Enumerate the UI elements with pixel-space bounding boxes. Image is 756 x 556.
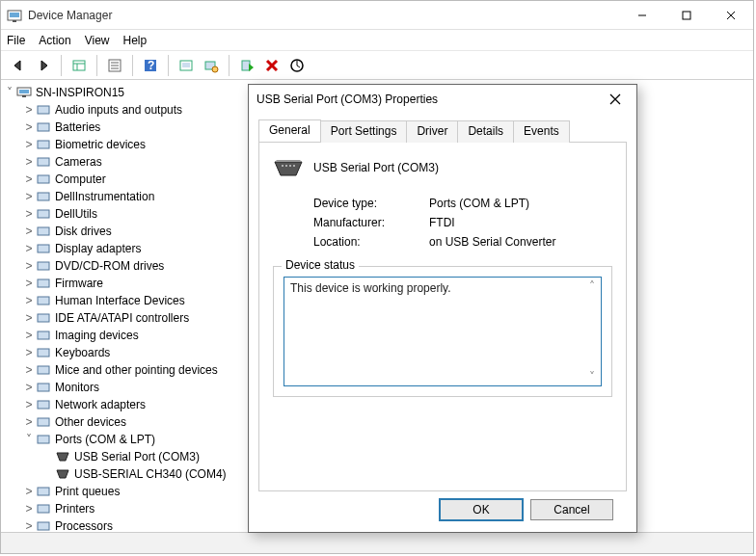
location-label: Location:	[313, 235, 429, 249]
scan-for-changes-button[interactable]	[285, 54, 309, 77]
chevron-right-icon[interactable]: >	[22, 415, 36, 429]
window-title: Device Manager	[28, 9, 620, 22]
chevron-right-icon[interactable]: >	[22, 242, 36, 255]
category-icon	[36, 154, 51, 170]
tab-events[interactable]: Events	[513, 120, 570, 143]
svg-rect-35	[38, 245, 49, 252]
svg-rect-4	[683, 12, 690, 19]
svg-rect-43	[38, 384, 49, 391]
category-icon	[36, 276, 51, 291]
tree-node-label: Disk drives	[55, 225, 112, 238]
scan-hardware-button[interactable]	[175, 54, 198, 77]
uninstall-device-button[interactable]	[260, 54, 284, 77]
dialog-title-bar[interactable]: USB Serial Port (COM3) Properties	[249, 85, 636, 114]
tree-node-label: IDE ATA/ATAPI controllers	[55, 311, 189, 325]
chevron-right-icon[interactable]: >	[22, 485, 36, 498]
tab-port-settings[interactable]: Port Settings	[320, 120, 408, 143]
menu-view[interactable]: View	[85, 34, 110, 47]
chevron-right-icon[interactable]: >	[22, 381, 36, 394]
maximize-button[interactable]	[664, 1, 709, 30]
svg-rect-32	[38, 193, 49, 200]
tree-node-label: Audio inputs and outputs	[55, 103, 182, 117]
menu-help[interactable]: Help	[123, 34, 148, 47]
device-status-group: Device status This device is working pro…	[273, 266, 612, 397]
category-icon	[36, 328, 51, 343]
tree-node-label: Cameras	[55, 155, 102, 169]
chevron-right-icon[interactable]: >	[22, 103, 36, 117]
device-status-text[interactable]: This device is working properly. ˄ ˅	[284, 277, 602, 386]
chevron-right-icon[interactable]: >	[22, 120, 36, 134]
category-icon	[36, 484, 51, 499]
svg-point-52	[282, 165, 284, 167]
forward-button[interactable]	[32, 54, 55, 77]
app-icon	[7, 8, 22, 23]
svg-rect-49	[38, 522, 49, 530]
chevron-right-icon[interactable]: >	[22, 363, 36, 377]
chevron-right-icon[interactable]: >	[22, 346, 36, 359]
svg-rect-31	[38, 175, 49, 183]
category-icon	[36, 224, 51, 239]
manufacturer-label: Manufacturer:	[313, 216, 429, 229]
svg-point-55	[293, 165, 295, 167]
svg-rect-1	[10, 13, 19, 17]
svg-rect-44	[38, 401, 49, 409]
close-button[interactable]	[709, 1, 753, 30]
device-name: USB Serial Port (COM3)	[313, 161, 439, 174]
chevron-right-icon[interactable]: >	[22, 138, 36, 151]
scroll-up-icon[interactable]: ˄	[585, 279, 599, 293]
chevron-right-icon[interactable]: >	[22, 277, 36, 290]
svg-rect-2	[13, 20, 16, 22]
tab-page-general: USB Serial Port (COM3) Device type: Port…	[258, 143, 627, 491]
chevron-right-icon[interactable]: >	[22, 172, 36, 186]
chevron-right-icon[interactable]: >	[22, 190, 36, 203]
help-button[interactable]: ?	[139, 54, 162, 77]
chevron-right-icon[interactable]: >	[22, 294, 36, 307]
chevron-right-icon[interactable]: >	[22, 207, 36, 221]
category-icon	[36, 414, 51, 430]
chevron-right-icon[interactable]: >	[22, 329, 36, 342]
chevron-down-icon[interactable]: ˅	[3, 86, 16, 99]
tree-node-label: Firmware	[55, 277, 103, 290]
chevron-right-icon[interactable]: >	[22, 259, 36, 273]
svg-rect-47	[38, 488, 49, 495]
show-hide-tree-button[interactable]	[68, 54, 91, 77]
chevron-down-icon[interactable]: ˅	[22, 433, 36, 446]
chevron-right-icon[interactable]: >	[22, 502, 36, 516]
svg-rect-48	[38, 505, 49, 513]
tab-details[interactable]: Details	[457, 120, 514, 143]
svg-rect-25	[19, 90, 29, 93]
tab-driver[interactable]: Driver	[406, 120, 458, 143]
category-icon	[36, 137, 51, 152]
dialog-close-button[interactable]	[602, 86, 629, 113]
chevron-right-icon[interactable]: >	[22, 519, 36, 532]
serial-port-icon	[273, 156, 304, 179]
tree-node-label: Human Interface Devices	[55, 294, 185, 307]
scroll-down-icon[interactable]: ˅	[585, 370, 599, 384]
properties-button[interactable]	[103, 54, 126, 77]
title-bar[interactable]: Device Manager	[1, 1, 753, 30]
chevron-right-icon[interactable]: >	[22, 398, 36, 411]
minimize-button[interactable]	[620, 1, 664, 30]
tree-node-label: DVD/CD-ROM drives	[55, 259, 164, 273]
ok-button[interactable]: OK	[440, 499, 523, 520]
chevron-right-icon[interactable]: >	[22, 225, 36, 238]
menu-file[interactable]: File	[7, 34, 25, 47]
tab-general[interactable]: General	[258, 119, 321, 142]
svg-text:?: ?	[148, 59, 154, 72]
svg-point-54	[289, 165, 291, 167]
cancel-button[interactable]: Cancel	[530, 499, 613, 520]
back-button[interactable]	[7, 54, 30, 77]
update-driver-button[interactable]	[200, 54, 223, 77]
properties-dialog: USB Serial Port (COM3) Properties Genera…	[248, 84, 637, 533]
category-icon	[36, 172, 51, 187]
category-icon	[36, 501, 51, 516]
category-icon	[36, 432, 51, 447]
chevron-right-icon[interactable]: >	[22, 311, 36, 325]
enable-device-button[interactable]	[235, 54, 258, 77]
tree-node-label: Processors	[55, 519, 113, 532]
device-status-legend: Device status	[282, 258, 359, 272]
serial-port-icon	[55, 466, 70, 482]
tree-node-label: Keyboards	[55, 346, 110, 359]
chevron-right-icon[interactable]: >	[22, 155, 36, 169]
menu-action[interactable]: Action	[39, 34, 70, 47]
